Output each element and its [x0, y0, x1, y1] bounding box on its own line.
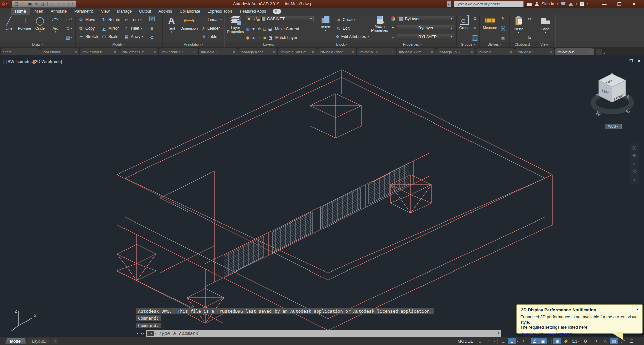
- object-color-dropdown[interactable]: ByLayer ▾: [397, 16, 454, 22]
- navbar-menu-icon[interactable]: ▾: [633, 177, 635, 183]
- text-button[interactable]: A Text ▾: [164, 15, 179, 42]
- command-customize-icon[interactable]: ⚒: [141, 331, 144, 336]
- arc-button[interactable]: ◠Arc▾: [48, 15, 63, 42]
- minimize-button[interactable]: —: [597, 0, 612, 8]
- close-tab-icon[interactable]: ✕: [391, 50, 394, 54]
- object-color-icon[interactable]: [391, 16, 395, 21]
- search-icon[interactable]: [526, 2, 532, 6]
- command-input[interactable]: [158, 330, 500, 336]
- drawing-viewport[interactable]: [-] [SW Isometric] [2D Wireframe] — ❐ ✕: [0, 55, 644, 337]
- file-tab-int-meja2[interactable]: Int-Meja2*✕: [515, 48, 554, 55]
- sign-in-dropdown-icon[interactable]: ▾: [557, 3, 558, 5]
- panel-label-groups[interactable]: Groups▾: [457, 42, 479, 47]
- ellipse-button[interactable]: ⬭▾: [66, 26, 72, 31]
- plot-button[interactable]: ⎙: [41, 1, 45, 7]
- file-tab-int-meja-2[interactable]: Int-Meja 2*✕: [199, 48, 238, 55]
- file-tab-int-lemari11[interactable]: Int-Lemari11*✕: [159, 48, 198, 55]
- ribbon-tab-output[interactable]: Output: [135, 8, 155, 15]
- layer-unlock-all-icon[interactable]: ◼: [263, 35, 266, 40]
- explode-button[interactable]: ⧈: [150, 25, 153, 31]
- tab-overflow-icon[interactable]: ⌄: [603, 51, 606, 54]
- file-tab-int-lemari8[interactable]: Int-Lemari8✕: [40, 48, 79, 55]
- file-tab-int-lemari9[interactable]: Int-Lemari9*✕: [80, 48, 119, 55]
- ribbon-tab-annotate[interactable]: Annotate: [47, 8, 70, 15]
- new-drawing-tab-button[interactable]: +: [596, 49, 602, 55]
- leader-button[interactable]: ↗Leader▾: [200, 25, 224, 32]
- quick-select-icon[interactable]: ➤: [501, 16, 504, 20]
- annotation-scale-button[interactable]: 1:1 ▾: [571, 339, 581, 343]
- rectangle-button[interactable]: ▭▾: [66, 16, 72, 22]
- search-input[interactable]: [454, 1, 524, 7]
- edit-attributes-button[interactable]: ❖Edit Attributes▾: [335, 33, 367, 40]
- mirror-button[interactable]: ◭Mirror: [100, 25, 121, 32]
- panel-label-draw[interactable]: Draw▾: [0, 42, 75, 47]
- erase-button[interactable]: ✐: [150, 16, 154, 21]
- viewport-menu-control[interactable]: [-]: [3, 59, 6, 64]
- close-tab-icon[interactable]: ✕: [510, 50, 512, 54]
- pan-icon[interactable]: ✥: [632, 153, 637, 159]
- ribbon-tab-express-tools[interactable]: Express Tools: [204, 8, 236, 15]
- redo-button[interactable]: ↷: [62, 1, 65, 7]
- panel-label-clipboard[interactable]: Clipboard: [510, 42, 535, 47]
- osnap-dropdown-icon[interactable]: ▾: [548, 340, 550, 343]
- close-button[interactable]: ✕: [627, 0, 641, 8]
- make-current-button[interactable]: Make Current: [275, 27, 299, 31]
- sign-in-button[interactable]: Sign In: [542, 2, 554, 6]
- close-tab-icon[interactable]: ✕: [272, 50, 275, 54]
- save-button[interactable]: ▣: [28, 1, 32, 7]
- restore-button[interactable]: ❐: [612, 0, 627, 8]
- view-control[interactable]: [SW Isometric]: [6, 59, 34, 64]
- close-tab-icon[interactable]: ✕: [470, 50, 473, 54]
- polar-tracking-toggle[interactable]: ⊾: [508, 338, 516, 344]
- create-button[interactable]: ⊕Create: [335, 16, 367, 23]
- viewport-restore-icon[interactable]: ❐: [629, 59, 633, 63]
- ribbon-tab-home[interactable]: Home: [11, 8, 30, 15]
- navigation-wheel-icon[interactable]: ◎: [632, 145, 636, 151]
- panel-label-modify[interactable]: Modify▾: [76, 42, 162, 47]
- id-point-icon[interactable]: ⌖: [501, 26, 505, 31]
- customization-add-button[interactable]: +: [593, 338, 601, 344]
- file-tab-int-meja-rias[interactable]: Int-Meja Rias*✕: [317, 48, 356, 55]
- file-tab-int-meja-tv[interactable]: Int-meja TV✕: [357, 48, 396, 55]
- ribbon-tab-collaborate[interactable]: Collaborate: [176, 8, 204, 15]
- a360-icon[interactable]: [568, 2, 573, 6]
- orbit-icon[interactable]: ⟲: [632, 169, 637, 175]
- panel-label-utilities[interactable]: Utilities▾: [480, 42, 509, 47]
- viewport-close-icon[interactable]: ✕: [637, 59, 641, 63]
- object-snap-toggle[interactable]: ▣: [539, 338, 547, 344]
- circle-button[interactable]: ◯Circle▾: [32, 15, 48, 42]
- group-selection-icon[interactable]: ⬚: [472, 36, 477, 40]
- ribbon-tab-manage[interactable]: Manage: [113, 8, 135, 15]
- layer-dropdown[interactable]: ☼ CABINET ▾: [246, 16, 314, 22]
- hatch-button[interactable]: ▨▾: [66, 35, 72, 40]
- autoscale-toggle[interactable]: ⚡: [562, 338, 570, 344]
- layer-walk-icon[interactable]: ▲: [251, 35, 255, 40]
- lineweight-dropdown[interactable]: ByLayer ▾: [397, 25, 454, 31]
- annotation-monitor-toggle[interactable]: △: [601, 338, 609, 344]
- search-go-icon[interactable]: ▸: [447, 1, 451, 7]
- offset-button[interactable]: ⊂: [150, 35, 154, 40]
- model-space-badge[interactable]: MODEL: [455, 339, 476, 344]
- layer-isolate-icon[interactable]: ◍: [246, 27, 249, 31]
- object-snap-tracking-toggle[interactable]: ∠: [531, 338, 539, 344]
- file-tab-int-meja-tv3[interactable]: Int-Meja TV3✕: [436, 48, 475, 55]
- close-tab-icon[interactable]: ✕: [431, 50, 433, 54]
- a360-dropdown-icon[interactable]: ▾: [576, 3, 577, 5]
- panel-label-properties[interactable]: Properties▾: [368, 42, 456, 47]
- panel-label-layers[interactable]: Layers▾: [225, 42, 315, 47]
- ribbon-tab-view[interactable]: View: [97, 8, 113, 15]
- match-properties-button[interactable]: Match Properties: [370, 15, 389, 42]
- save-as-button[interactable]: ✎: [35, 1, 38, 7]
- file-tab-int-lemari10[interactable]: Int-Lemari10*✕: [119, 48, 158, 55]
- close-tab-icon[interactable]: ✕: [193, 50, 196, 54]
- snap-dropdown-icon[interactable]: ▾: [494, 340, 496, 343]
- close-tab-icon[interactable]: ✕: [233, 50, 235, 54]
- layer-freeze-icon[interactable]: ❆: [257, 27, 261, 31]
- undo-dropdown-icon[interactable]: ▾: [57, 3, 59, 5]
- viewcube[interactable]: N E W S TOP LEFT FRONT: [589, 68, 636, 118]
- customization-menu-button[interactable]: ☰: [628, 338, 636, 344]
- layer-off-icon[interactable]: ◉: [246, 35, 249, 40]
- snap-mode-toggle[interactable]: ∷: [485, 338, 493, 344]
- annotation-visibility-toggle[interactable]: ◉: [553, 338, 561, 344]
- isodraft-toggle[interactable]: ⌖: [519, 338, 527, 344]
